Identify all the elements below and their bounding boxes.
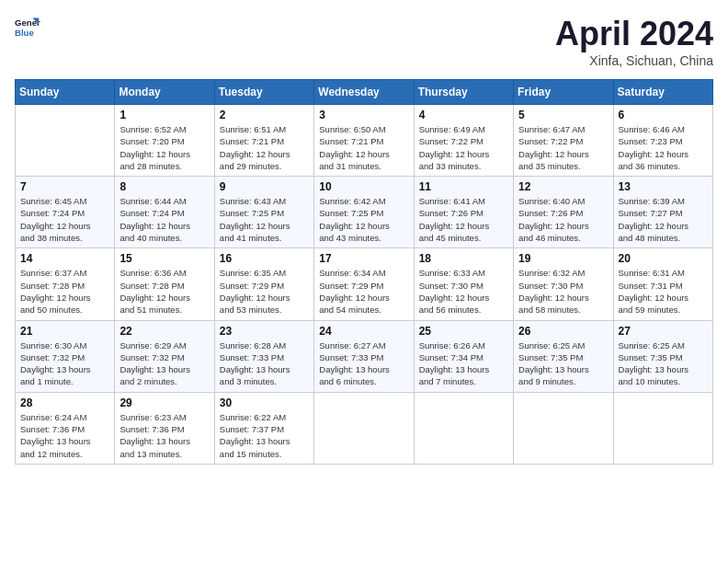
day-number: 25 <box>419 325 508 338</box>
day-info: Sunrise: 6:28 AMSunset: 7:33 PMDaylight:… <box>220 339 309 388</box>
day-info: Sunrise: 6:33 AMSunset: 7:30 PMDaylight:… <box>419 267 508 316</box>
calendar-week-row: 28Sunrise: 6:24 AMSunset: 7:36 PMDayligh… <box>16 392 713 464</box>
weekday-header-cell: Friday <box>514 80 613 105</box>
calendar-cell: 22Sunrise: 6:29 AMSunset: 7:32 PMDayligh… <box>115 320 214 392</box>
calendar-cell: 25Sunrise: 6:26 AMSunset: 7:34 PMDayligh… <box>414 320 513 392</box>
day-info: Sunrise: 6:34 AMSunset: 7:29 PMDaylight:… <box>319 267 408 316</box>
day-info: Sunrise: 6:46 AMSunset: 7:23 PMDaylight:… <box>619 123 708 172</box>
day-number: 16 <box>220 252 309 265</box>
calendar-cell: 17Sunrise: 6:34 AMSunset: 7:29 PMDayligh… <box>314 248 414 320</box>
day-info: Sunrise: 6:22 AMSunset: 7:37 PMDaylight:… <box>220 411 309 460</box>
location: Xinfa, Sichuan, China <box>555 53 713 68</box>
day-number: 6 <box>619 109 708 121</box>
weekday-header-row: SundayMondayTuesdayWednesdayThursdayFrid… <box>16 80 713 105</box>
day-number: 9 <box>220 180 309 193</box>
day-info: Sunrise: 6:29 AMSunset: 7:32 PMDaylight:… <box>119 339 209 388</box>
calendar-cell <box>514 392 613 464</box>
calendar-cell <box>314 392 414 464</box>
day-number: 30 <box>220 396 309 409</box>
day-info: Sunrise: 6:26 AMSunset: 7:34 PMDaylight:… <box>419 339 508 388</box>
calendar-cell: 14Sunrise: 6:37 AMSunset: 7:28 PMDayligh… <box>16 248 115 320</box>
logo-icon: General Blue <box>15 15 40 40</box>
weekday-header-cell: Saturday <box>613 80 712 105</box>
calendar-cell: 28Sunrise: 6:24 AMSunset: 7:36 PMDayligh… <box>16 392 115 464</box>
calendar-cell: 20Sunrise: 6:31 AMSunset: 7:31 PMDayligh… <box>613 248 712 320</box>
calendar-cell: 19Sunrise: 6:32 AMSunset: 7:30 PMDayligh… <box>514 248 613 320</box>
day-number: 28 <box>20 396 109 409</box>
day-number: 15 <box>119 252 209 265</box>
day-info: Sunrise: 6:27 AMSunset: 7:33 PMDaylight:… <box>319 339 408 388</box>
calendar-cell: 9Sunrise: 6:43 AMSunset: 7:25 PMDaylight… <box>214 177 313 248</box>
day-number: 13 <box>619 180 708 193</box>
day-info: Sunrise: 6:43 AMSunset: 7:25 PMDaylight:… <box>220 195 309 244</box>
calendar-cell: 5Sunrise: 6:47 AMSunset: 7:22 PMDaylight… <box>514 105 613 177</box>
calendar-cell: 11Sunrise: 6:41 AMSunset: 7:26 PMDayligh… <box>414 177 513 248</box>
day-number: 17 <box>319 252 408 265</box>
day-number: 2 <box>220 109 309 121</box>
calendar-cell: 24Sunrise: 6:27 AMSunset: 7:33 PMDayligh… <box>314 320 414 392</box>
day-number: 23 <box>220 325 309 338</box>
calendar-cell <box>613 392 712 464</box>
calendar-cell: 23Sunrise: 6:28 AMSunset: 7:33 PMDayligh… <box>214 320 313 392</box>
day-number: 22 <box>119 325 209 338</box>
calendar-cell: 6Sunrise: 6:46 AMSunset: 7:23 PMDaylight… <box>613 105 712 177</box>
page-header: General Blue April 2024 Xinfa, Sichuan, … <box>15 15 713 68</box>
day-number: 29 <box>119 396 209 409</box>
calendar-cell: 1Sunrise: 6:52 AMSunset: 7:20 PMDaylight… <box>115 105 214 177</box>
day-info: Sunrise: 6:52 AMSunset: 7:20 PMDaylight:… <box>119 123 209 172</box>
calendar-week-row: 14Sunrise: 6:37 AMSunset: 7:28 PMDayligh… <box>16 248 713 320</box>
day-number: 5 <box>518 109 608 121</box>
calendar-cell: 3Sunrise: 6:50 AMSunset: 7:21 PMDaylight… <box>314 105 414 177</box>
day-info: Sunrise: 6:32 AMSunset: 7:30 PMDaylight:… <box>518 267 608 316</box>
calendar-cell: 30Sunrise: 6:22 AMSunset: 7:37 PMDayligh… <box>214 392 313 464</box>
day-info: Sunrise: 6:23 AMSunset: 7:36 PMDaylight:… <box>119 411 209 460</box>
day-number: 4 <box>419 109 508 121</box>
calendar-cell: 21Sunrise: 6:30 AMSunset: 7:32 PMDayligh… <box>16 320 115 392</box>
calendar-cell: 15Sunrise: 6:36 AMSunset: 7:28 PMDayligh… <box>115 248 214 320</box>
calendar-cell: 26Sunrise: 6:25 AMSunset: 7:35 PMDayligh… <box>514 320 613 392</box>
day-info: Sunrise: 6:37 AMSunset: 7:28 PMDaylight:… <box>20 267 109 316</box>
weekday-header-cell: Thursday <box>414 80 513 105</box>
day-info: Sunrise: 6:50 AMSunset: 7:21 PMDaylight:… <box>319 123 408 172</box>
day-info: Sunrise: 6:44 AMSunset: 7:24 PMDaylight:… <box>119 195 209 244</box>
calendar-week-row: 1Sunrise: 6:52 AMSunset: 7:20 PMDaylight… <box>16 105 713 177</box>
day-number: 3 <box>319 109 408 121</box>
day-info: Sunrise: 6:47 AMSunset: 7:22 PMDaylight:… <box>518 123 608 172</box>
svg-text:Blue: Blue <box>15 28 34 38</box>
day-info: Sunrise: 6:24 AMSunset: 7:36 PMDaylight:… <box>20 411 109 460</box>
day-number: 8 <box>119 180 209 193</box>
day-info: Sunrise: 6:39 AMSunset: 7:27 PMDaylight:… <box>619 195 708 244</box>
day-number: 21 <box>20 325 109 338</box>
day-info: Sunrise: 6:30 AMSunset: 7:32 PMDaylight:… <box>20 339 109 388</box>
day-info: Sunrise: 6:49 AMSunset: 7:22 PMDaylight:… <box>419 123 508 172</box>
day-number: 20 <box>619 252 708 265</box>
day-number: 19 <box>518 252 608 265</box>
calendar-cell: 16Sunrise: 6:35 AMSunset: 7:29 PMDayligh… <box>214 248 313 320</box>
weekday-header-cell: Wednesday <box>314 80 414 105</box>
day-info: Sunrise: 6:31 AMSunset: 7:31 PMDaylight:… <box>619 267 708 316</box>
day-number: 12 <box>518 180 608 193</box>
calendar-cell: 18Sunrise: 6:33 AMSunset: 7:30 PMDayligh… <box>414 248 513 320</box>
calendar-cell: 13Sunrise: 6:39 AMSunset: 7:27 PMDayligh… <box>613 177 712 248</box>
calendar-cell <box>414 392 513 464</box>
calendar-cell: 4Sunrise: 6:49 AMSunset: 7:22 PMDaylight… <box>414 105 513 177</box>
weekday-header-cell: Monday <box>115 80 214 105</box>
calendar-cell: 2Sunrise: 6:51 AMSunset: 7:21 PMDaylight… <box>214 105 313 177</box>
day-info: Sunrise: 6:36 AMSunset: 7:28 PMDaylight:… <box>119 267 209 316</box>
day-info: Sunrise: 6:25 AMSunset: 7:35 PMDaylight:… <box>619 339 708 388</box>
day-info: Sunrise: 6:45 AMSunset: 7:24 PMDaylight:… <box>20 195 109 244</box>
logo: General Blue <box>15 15 40 40</box>
calendar-cell: 8Sunrise: 6:44 AMSunset: 7:24 PMDaylight… <box>115 177 214 248</box>
day-number: 26 <box>518 325 608 338</box>
day-info: Sunrise: 6:35 AMSunset: 7:29 PMDaylight:… <box>220 267 309 316</box>
calendar-cell: 27Sunrise: 6:25 AMSunset: 7:35 PMDayligh… <box>613 320 712 392</box>
day-number: 14 <box>20 252 109 265</box>
calendar-cell: 12Sunrise: 6:40 AMSunset: 7:26 PMDayligh… <box>514 177 613 248</box>
calendar-cell: 7Sunrise: 6:45 AMSunset: 7:24 PMDaylight… <box>16 177 115 248</box>
calendar-body: 1Sunrise: 6:52 AMSunset: 7:20 PMDaylight… <box>16 105 713 465</box>
day-number: 11 <box>419 180 508 193</box>
day-info: Sunrise: 6:40 AMSunset: 7:26 PMDaylight:… <box>518 195 608 244</box>
title-block: April 2024 Xinfa, Sichuan, China <box>555 15 713 68</box>
calendar-cell: 10Sunrise: 6:42 AMSunset: 7:25 PMDayligh… <box>314 177 414 248</box>
calendar-table: SundayMondayTuesdayWednesdayThursdayFrid… <box>15 79 713 465</box>
